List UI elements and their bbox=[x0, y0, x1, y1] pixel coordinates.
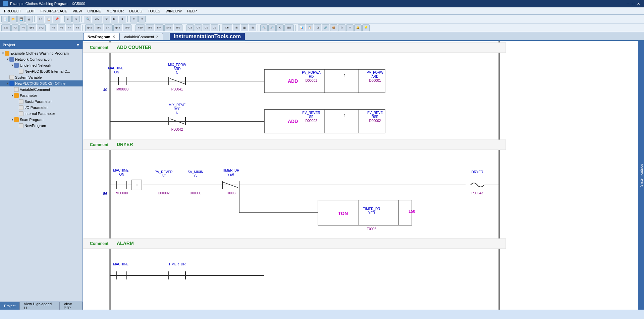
tb-redo[interactable]: ↪ bbox=[72, 16, 80, 22]
tree-toggle-root[interactable]: ▼ bbox=[1, 52, 5, 55]
tb-copy[interactable]: 📋 bbox=[45, 16, 52, 22]
tree-item-undefnet[interactable]: ▼Undefined Network bbox=[0, 62, 83, 68]
tb2-b37[interactable]: ⛭ bbox=[338, 24, 345, 31]
tb2-b27[interactable]: ⊠ bbox=[249, 24, 256, 31]
tb2-b13[interactable]: gF8 bbox=[113, 24, 122, 31]
eds-information-tab[interactable]: EDS information bbox=[633, 161, 638, 190]
tb-paste[interactable]: 📌 bbox=[53, 16, 60, 22]
tb2-b10[interactable]: gF5 bbox=[85, 24, 94, 31]
tab-newprogram[interactable]: NewProgram ✕ bbox=[83, 33, 119, 40]
menu-help[interactable]: HELP bbox=[184, 8, 200, 14]
tree-item-param[interactable]: ▼Parameter bbox=[0, 92, 83, 99]
tree-item-netcfg[interactable]: ▼Network Configuration bbox=[0, 56, 83, 62]
tb2-b39[interactable]: 🔔 bbox=[354, 24, 362, 31]
tree-toggle-newplc2[interactable]: ▼ bbox=[6, 82, 9, 85]
tab-variablecomment[interactable]: Variable/Comment ✕ bbox=[119, 33, 163, 40]
tree-toggle-netcfg[interactable]: ▼ bbox=[6, 58, 9, 61]
tb-print[interactable]: 🖨 bbox=[25, 16, 33, 22]
tb2-b32[interactable]: 📊 bbox=[298, 24, 305, 31]
bottom-tab-project[interactable]: Project bbox=[0, 302, 20, 310]
tree-item-sysvar[interactable]: System Variable bbox=[0, 74, 83, 80]
tb2-b19[interactable]: sF6 bbox=[174, 24, 182, 31]
tb2-b23[interactable]: C6 bbox=[211, 24, 218, 31]
tree-item-root[interactable]: ▼Example Clothes Washing Program bbox=[0, 50, 83, 56]
tree-item-newprog[interactable]: NewProgram bbox=[0, 123, 83, 129]
menu-debug[interactable]: DEBUG bbox=[126, 8, 145, 14]
tree-item-ioparam[interactable]: I/O Parameter bbox=[0, 105, 83, 111]
tb2-b26[interactable]: ▦ bbox=[241, 24, 248, 31]
tb2-b16[interactable]: sF3 bbox=[146, 24, 154, 31]
tb2-b15[interactable]: F10 bbox=[136, 24, 145, 31]
tb2-b5[interactable]: gF2 bbox=[37, 24, 46, 31]
max-btn[interactable]: □ bbox=[632, 2, 634, 6]
diagram-area[interactable]: Comment ADD COUNTER MACHINE_ ON M00000 M… bbox=[83, 41, 638, 310]
tb2-b18[interactable]: sF5 bbox=[164, 24, 173, 31]
tb2-b1[interactable]: Esc bbox=[1, 24, 11, 31]
tb2-b34[interactable]: ⊡ bbox=[314, 24, 321, 31]
tb-b1[interactable]: AA bbox=[92, 16, 102, 22]
tb-b6[interactable]: ➡ bbox=[138, 16, 146, 22]
menu-window[interactable]: WINDOW bbox=[163, 8, 184, 14]
sep5 bbox=[47, 25, 48, 31]
tb2-b36[interactable]: 📦 bbox=[330, 24, 337, 31]
menu-online[interactable]: ONLINE bbox=[85, 8, 104, 14]
tb2-b40[interactable]: 💡 bbox=[362, 24, 370, 31]
tb2-b35[interactable]: 🔗 bbox=[322, 24, 329, 31]
system-catalog-tab[interactable]: System catalog bbox=[639, 161, 644, 189]
menu-findreplace[interactable]: FIND/REPLACE bbox=[38, 8, 70, 14]
tb2-b14[interactable]: gF9 bbox=[123, 24, 131, 31]
tree-toggle-param[interactable]: ▼ bbox=[11, 94, 14, 97]
tree-item-basicparam[interactable]: Basic Parameter bbox=[0, 99, 83, 105]
tree-toggle-scanprog[interactable]: ▼ bbox=[11, 118, 14, 121]
bottom-tab-p2p[interactable]: View P2P bbox=[60, 302, 83, 310]
tb2-b9[interactable]: F8 bbox=[74, 24, 81, 31]
menu-view[interactable]: VIEW bbox=[70, 8, 85, 14]
tb-b2[interactable]: ⚙ bbox=[103, 16, 110, 22]
tb2-b33[interactable]: 📋 bbox=[306, 24, 313, 31]
tb2-b7[interactable]: F6 bbox=[58, 24, 65, 31]
close-btn[interactable]: ✕ bbox=[637, 2, 640, 6]
tb-save[interactable]: 💾 bbox=[17, 16, 25, 22]
tb-open[interactable]: 📂 bbox=[9, 16, 17, 22]
tab-newprogram-close[interactable]: ✕ bbox=[112, 35, 115, 39]
tree-toggle-undefnet[interactable]: ▼ bbox=[11, 64, 14, 67]
tb2-b28[interactable]: 🔍 bbox=[260, 24, 268, 31]
tb2-b8[interactable]: F7 bbox=[66, 24, 73, 31]
tree-item-varcomment[interactable]: Variable/Comment bbox=[0, 86, 83, 92]
menu-tools[interactable]: TOOLS bbox=[145, 8, 163, 14]
tb2-b31[interactable]: ⊞⊟ bbox=[284, 24, 294, 31]
tb2-b21[interactable]: C4 bbox=[195, 24, 202, 31]
bottom-tab-highspeed[interactable]: View High-speed Li... bbox=[20, 302, 60, 310]
tb-new[interactable]: 📄 bbox=[1, 16, 9, 22]
menu-project[interactable]: PROJECT bbox=[1, 8, 24, 14]
tb2-b24[interactable]: □■ bbox=[222, 24, 232, 31]
tb2-b4[interactable]: gF1 bbox=[28, 24, 36, 31]
min-btn[interactable]: ─ bbox=[627, 2, 630, 6]
tb-b4[interactable]: ■ bbox=[119, 16, 126, 22]
tb2-b17[interactable]: sF4 bbox=[155, 24, 164, 31]
menu-monitor[interactable]: MONITOR bbox=[104, 8, 127, 14]
menu-edit[interactable]: EDIT bbox=[24, 8, 38, 14]
tb-b3[interactable]: ▶ bbox=[111, 16, 118, 22]
tb2-b29[interactable]: 🔎 bbox=[268, 24, 276, 31]
tree-item-newplc2[interactable]: ▼NewPLC(XGB-XBCXS)-Offline bbox=[0, 80, 83, 86]
tb2-b25[interactable]: ⊞ bbox=[233, 24, 240, 31]
tb2-b30[interactable]: ⚙ bbox=[276, 24, 284, 31]
tb2-b38[interactable]: ✉ bbox=[346, 24, 354, 31]
tb2-b2[interactable]: F3 bbox=[11, 24, 19, 31]
tb-b5[interactable]: ⬅ bbox=[130, 16, 138, 22]
sidebar-collapse[interactable]: ▼ bbox=[76, 43, 80, 47]
tb-cut[interactable]: ✂ bbox=[37, 16, 44, 22]
tb-find[interactable]: 🔍 bbox=[84, 16, 91, 22]
tb-undo[interactable]: ↩ bbox=[64, 16, 72, 22]
tb2-b11[interactable]: gF6 bbox=[95, 24, 103, 31]
tree-item-scanprog[interactable]: ▼Scan Program bbox=[0, 117, 83, 123]
tree-item-internalparam[interactable]: Internal Parameter bbox=[0, 111, 83, 117]
tb2-b6[interactable]: F5 bbox=[50, 24, 57, 31]
tb2-b22[interactable]: C5 bbox=[203, 24, 210, 31]
tb2-b12[interactable]: gF7 bbox=[104, 24, 113, 31]
tb2-b3[interactable]: F4 bbox=[19, 24, 27, 31]
tree-item-newplc1[interactable]: NewPLC [B0S0 Internal C... bbox=[0, 68, 83, 74]
tb2-b20[interactable]: C3 bbox=[186, 24, 194, 31]
tab-variablecomment-close[interactable]: ✕ bbox=[156, 35, 159, 39]
